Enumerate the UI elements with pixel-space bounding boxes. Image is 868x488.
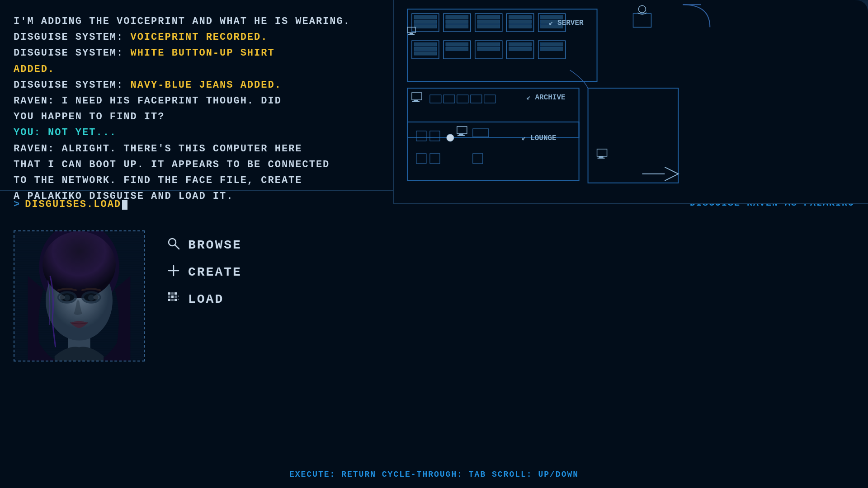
plus-icon: [167, 264, 180, 280]
svg-rect-99: [599, 156, 604, 158]
menu-item-create[interactable]: CREATE: [163, 262, 246, 282]
svg-rect-77: [414, 100, 418, 101]
dialogue-line-5b: YOU HAPPEN TO FIND IT?: [14, 109, 380, 125]
browse-label: BROWSE: [188, 238, 242, 252]
svg-rect-62: [446, 47, 468, 51]
svg-rect-25: [175, 296, 177, 298]
h-divider-right: [393, 203, 868, 204]
search-icon: [167, 237, 180, 253]
svg-rect-27: [171, 299, 174, 301]
svg-rect-15: [14, 231, 144, 361]
player-response: YOU: NOT YET...: [14, 127, 117, 138]
svg-rect-29: [178, 296, 179, 297]
dialogue-line-7b: THAT I CAN BOOT UP. IT APPEARS TO BE CON…: [14, 157, 380, 173]
svg-rect-39: [414, 20, 437, 23]
svg-rect-71: [408, 34, 415, 35]
svg-rect-100: [598, 158, 605, 159]
h-divider: [0, 190, 393, 191]
dialogue-panel: I'M ADDING THE VOICEPRINT AND WHAT HE IS…: [0, 0, 393, 190]
command-prompt: >: [14, 199, 20, 210]
highlight-jeans: NAVY-BLUE JEANS ADDED.: [130, 80, 281, 91]
svg-rect-20: [168, 292, 170, 295]
svg-rect-41: [446, 15, 468, 19]
menu-container: BROWSE CREATE: [163, 230, 246, 456]
dialogue-line-6: YOU: NOT YET...: [14, 125, 380, 141]
command-cursor: [122, 200, 127, 210]
highlight-shirt: WHITE BUTTON-UP SHIRT: [130, 47, 274, 59]
svg-rect-61: [446, 42, 468, 46]
dialogue-line-3b: ADDED.: [14, 61, 380, 77]
svg-rect-50: [541, 15, 563, 19]
svg-rect-44: [477, 15, 500, 19]
command-text: DISGUISES.LOAD: [25, 199, 121, 210]
svg-rect-30: [178, 299, 179, 300]
dialogue-line-7c: TO THE NETWORK. FIND THE FACE FILE, CREA…: [14, 173, 380, 188]
svg-rect-66: [509, 47, 532, 51]
dialogue-line-1: I'M ADDING THE VOICEPRINT AND WHAT HE IS…: [14, 14, 380, 29]
svg-rect-87: [459, 134, 463, 135]
svg-rect-26: [168, 299, 170, 301]
svg-rect-88: [458, 135, 465, 136]
dialogue-line-5: RAVEN: I NEED HIS FACEPRINT THOUGH. DID: [14, 93, 380, 109]
svg-rect-59: [414, 47, 437, 51]
svg-rect-47: [509, 15, 532, 19]
menu-item-browse[interactable]: BROWSE: [163, 235, 246, 255]
svg-rect-49: [509, 24, 532, 28]
svg-rect-78: [412, 101, 420, 102]
grid-icon: [167, 291, 180, 307]
command-area: > DISGUISES.LOAD: [0, 194, 393, 215]
svg-rect-22: [175, 292, 177, 295]
svg-rect-60: [414, 52, 437, 55]
svg-rect-58: [414, 42, 437, 46]
svg-text:↙ SERVER: ↙ SERVER: [549, 19, 584, 27]
dialogue-line-3: DISGUISE SYSTEM: WHITE BUTTON-UP SHIRT: [14, 45, 380, 61]
svg-rect-40: [414, 24, 437, 28]
svg-text:↙ ARCHIVE: ↙ ARCHIVE: [526, 94, 565, 102]
highlight-voiceprint: VOICEPRINT RECORDED.: [130, 32, 268, 43]
svg-rect-68: [541, 47, 563, 51]
svg-rect-48: [509, 20, 532, 23]
avatar-container: [14, 230, 145, 361]
svg-rect-21: [171, 292, 174, 295]
create-label: CREATE: [188, 265, 242, 279]
dialogue-line-4: DISGUISE SYSTEM: NAVY-BLUE JEANS ADDED.: [14, 77, 380, 93]
svg-rect-23: [168, 296, 170, 298]
svg-rect-46: [477, 24, 500, 28]
svg-rect-65: [509, 42, 532, 46]
svg-rect-43: [446, 24, 468, 28]
menu-item-load[interactable]: LOAD: [163, 289, 246, 310]
status-bar: EXECUTE: RETURN CYCLE-THROUGH: TAB SCROL…: [0, 470, 868, 479]
svg-rect-67: [541, 42, 563, 46]
svg-rect-70: [410, 33, 413, 34]
load-label: LOAD: [188, 292, 224, 306]
svg-rect-38: [414, 15, 437, 19]
svg-rect-31: [394, 0, 868, 203]
dialogue-line-2: DISGUISE SYSTEM: VOICEPRINT RECORDED.: [14, 29, 380, 45]
svg-rect-28: [175, 299, 177, 301]
avatar-image: [14, 231, 144, 361]
map-panel: ↙ SERVER ↙ ARCHIVE: [393, 0, 868, 203]
bottom-left-panel: BROWSE CREATE: [0, 221, 393, 465]
status-text: EXECUTE: RETURN CYCLE-THROUGH: TAB SCROL…: [289, 470, 579, 479]
highlight-shirt-2: ADDED.: [14, 64, 55, 75]
svg-line-17: [175, 245, 179, 249]
svg-rect-64: [477, 47, 500, 51]
map-svg: ↙ SERVER ↙ ARCHIVE: [394, 0, 868, 203]
svg-rect-63: [477, 42, 500, 46]
dialogue-line-7: RAVEN: ALRIGHT. THERE'S THIS COMPUTER HE…: [14, 141, 380, 157]
svg-rect-24: [171, 296, 174, 298]
svg-point-96: [447, 134, 454, 141]
svg-text:↙ LOUNGE: ↙ LOUNGE: [522, 134, 557, 142]
svg-rect-42: [446, 20, 468, 23]
svg-rect-45: [477, 20, 500, 23]
